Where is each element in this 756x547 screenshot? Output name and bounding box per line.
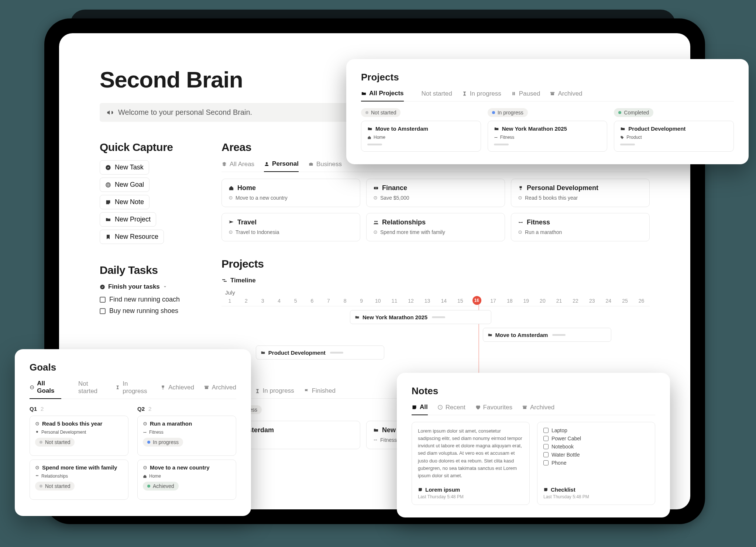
- project-card[interactable]: New York Marathon 2025 Fitness: [488, 121, 608, 152]
- timeline-day: 7: [320, 298, 337, 304]
- checklist-item[interactable]: Notebook: [543, 444, 649, 450]
- area-card-finance[interactable]: Finance Save $5,000: [366, 179, 505, 207]
- tab-personal[interactable]: Personal: [264, 160, 299, 172]
- note-icon: [105, 199, 111, 205]
- timeline-day: 22: [567, 298, 584, 304]
- goal-card[interactable]: Read 5 books this year Personal Developm…: [30, 416, 128, 456]
- timeline-day: 18: [501, 298, 518, 304]
- tab-archived[interactable]: Archived: [204, 380, 236, 399]
- goal-card[interactable]: Run a marathon Fitness In progress: [137, 416, 236, 456]
- tab-in-progress[interactable]: In progress: [462, 90, 501, 101]
- checkbox-icon[interactable]: [100, 308, 106, 314]
- checklist-item[interactable]: Water Bottle: [543, 452, 649, 458]
- target-icon: [30, 385, 34, 390]
- hourglass-icon: [462, 91, 467, 96]
- svg-point-19: [375, 232, 376, 233]
- tab-archived[interactable]: Archived: [522, 403, 554, 415]
- timeline-day: 12: [403, 298, 419, 304]
- home-icon: [143, 474, 147, 478]
- note-card[interactable]: Lorem ipsum dolor sit amet, consetetur s…: [412, 422, 530, 505]
- area-card-fitness[interactable]: Fitness Run a marathon: [511, 213, 650, 241]
- tab-not-started[interactable]: Not started: [413, 90, 452, 101]
- tab-finished[interactable]: Finished: [304, 387, 336, 398]
- new-goal-button[interactable]: New Goal: [100, 178, 150, 192]
- timeline-view-label[interactable]: Timeline: [221, 277, 650, 284]
- svg-point-23: [32, 387, 32, 388]
- project-card[interactable]: Product Development Product: [614, 121, 734, 152]
- popover-heading: Projects: [361, 72, 734, 83]
- tab-all-projects[interactable]: All Projects: [361, 90, 404, 102]
- tab-business[interactable]: Business: [308, 160, 342, 172]
- tab-in-progress[interactable]: In progress: [115, 380, 151, 399]
- new-resource-button[interactable]: New Resource: [100, 230, 164, 244]
- tab-archived[interactable]: Archived: [550, 90, 582, 101]
- hourglass-icon: [115, 385, 120, 390]
- trophy-icon: [35, 430, 39, 434]
- note-body: Lorem ipsum dolor sit amet, consetetur s…: [418, 427, 523, 483]
- new-project-button[interactable]: New Project: [100, 212, 156, 227]
- timeline-day: 15: [452, 298, 469, 304]
- status-pill: In progress: [488, 108, 528, 117]
- svg-point-11: [375, 197, 376, 198]
- new-note-button[interactable]: New Note: [100, 195, 150, 209]
- archive-icon: [550, 91, 555, 96]
- area-card-personal-dev[interactable]: Personal Development Read 5 books this y…: [511, 179, 650, 207]
- area-card-relationships[interactable]: Relationships Spend more time with famil…: [366, 213, 505, 241]
- checklist-item[interactable]: Phone: [543, 460, 649, 466]
- stack-icon: [221, 161, 227, 167]
- checkbox-icon[interactable]: [100, 297, 106, 303]
- svg-point-15: [230, 232, 231, 233]
- new-task-button[interactable]: New Task: [100, 160, 149, 175]
- timeline-day: 3: [254, 298, 271, 304]
- target-icon: [143, 465, 147, 470]
- tab-all-goals[interactable]: All Goals: [30, 380, 61, 399]
- folder-icon: [355, 315, 360, 320]
- target-icon: [143, 422, 147, 426]
- goal-card[interactable]: Move to a new country Home Achieved: [137, 460, 236, 500]
- tab-all-notes[interactable]: All: [412, 403, 428, 415]
- svg-point-28: [36, 475, 37, 476]
- home-icon: [228, 185, 234, 191]
- tab-recent[interactable]: Recent: [437, 403, 465, 415]
- daily-tasks-heading: Daily Tasks: [100, 264, 203, 276]
- progress-bar: [620, 144, 635, 145]
- timeline-day: 2: [238, 298, 255, 304]
- checklist-item[interactable]: Power Cabel: [543, 436, 649, 441]
- note-timestamp: Last Thursday 5:48 PM: [418, 494, 523, 499]
- quick-capture-heading: Quick Capture: [100, 141, 203, 154]
- timeline-day: 1: [221, 298, 238, 304]
- tab-achieved[interactable]: Achieved: [160, 380, 194, 399]
- checklist-item[interactable]: Laptop: [543, 427, 649, 433]
- timeline-bar[interactable]: Product Development: [256, 345, 384, 359]
- status-pill: In progress: [143, 438, 183, 447]
- timeline-bar[interactable]: Move to Amsterdam: [483, 328, 611, 342]
- status-pill: Not started: [361, 108, 401, 117]
- note-card[interactable]: Laptop Power Cabel Notebook Water Bottle…: [537, 422, 655, 505]
- timeline-bar[interactable]: New York Marathon 2025: [350, 310, 491, 324]
- notes-popover: Notes All Recent Favourites Archived Lor…: [397, 373, 670, 517]
- area-card-travel[interactable]: Travel Travel to Indonesia: [221, 213, 360, 241]
- svg-point-7: [230, 197, 231, 198]
- asterisk-icon: [71, 385, 76, 390]
- dumbbell-icon: [143, 430, 147, 434]
- tab-all-areas[interactable]: All Areas: [221, 160, 254, 172]
- tab-paused[interactable]: Paused: [511, 90, 540, 101]
- tab-in-progress[interactable]: In progress: [255, 387, 294, 398]
- daily-group-toggle[interactable]: Finish your tasks: [100, 283, 203, 290]
- tab-not-started[interactable]: Not started: [71, 380, 106, 399]
- megaphone-icon: [106, 109, 114, 116]
- timeline-day: 8: [337, 298, 353, 304]
- bookmark-icon: [105, 234, 111, 240]
- area-card-home[interactable]: Home Move to a new country: [221, 179, 360, 207]
- timeline-day: 13: [419, 298, 436, 304]
- svg-point-25: [37, 423, 38, 424]
- timeline-day: 9: [353, 298, 370, 304]
- task-item[interactable]: Buy new running shoes: [100, 307, 203, 315]
- tab-favourites[interactable]: Favourites: [475, 403, 512, 415]
- status-pill: Achieved: [143, 482, 179, 491]
- goals-popover: Goals All Goals Not started In progress …: [15, 349, 251, 516]
- goal-card[interactable]: Spend more time with family Relationship…: [30, 460, 128, 500]
- task-item[interactable]: Find new running coach: [100, 296, 203, 303]
- folder-icon: [105, 217, 111, 223]
- project-card[interactable]: Move to Amsterdam Home: [361, 121, 481, 152]
